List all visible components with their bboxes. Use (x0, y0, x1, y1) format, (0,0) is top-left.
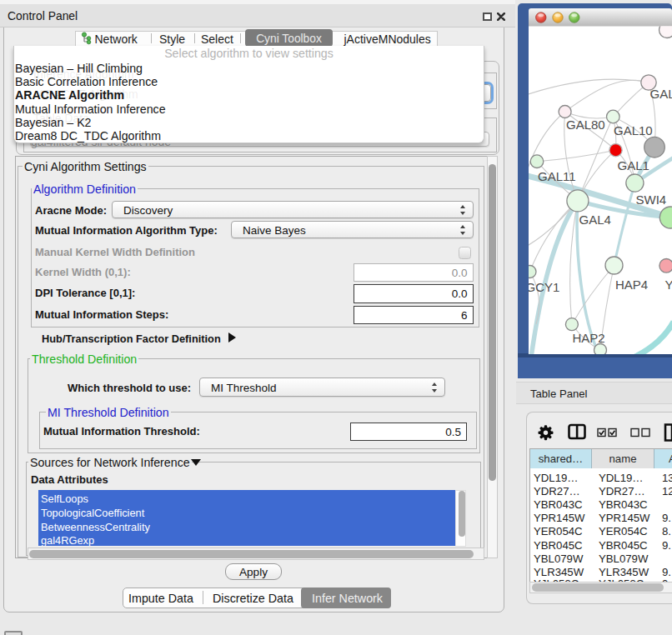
svg-text:GAL4: GAL4 (579, 212, 611, 227)
svg-text:GAL10: GAL10 (614, 123, 653, 138)
svg-text:SWI4: SWI4 (636, 192, 667, 207)
svg-text:GAL1: GAL1 (618, 158, 649, 172)
svg-text:GAL2: GAL2 (650, 87, 672, 101)
svg-text:GAL80: GAL80 (566, 118, 605, 132)
svg-text:HAP2: HAP2 (573, 331, 605, 345)
svg-text:Y: Y (665, 278, 672, 292)
svg-text:GCY1: GCY1 (526, 280, 560, 294)
svg-text:GAL11: GAL11 (538, 169, 576, 183)
svg-text:HAP4: HAP4 (615, 278, 648, 292)
